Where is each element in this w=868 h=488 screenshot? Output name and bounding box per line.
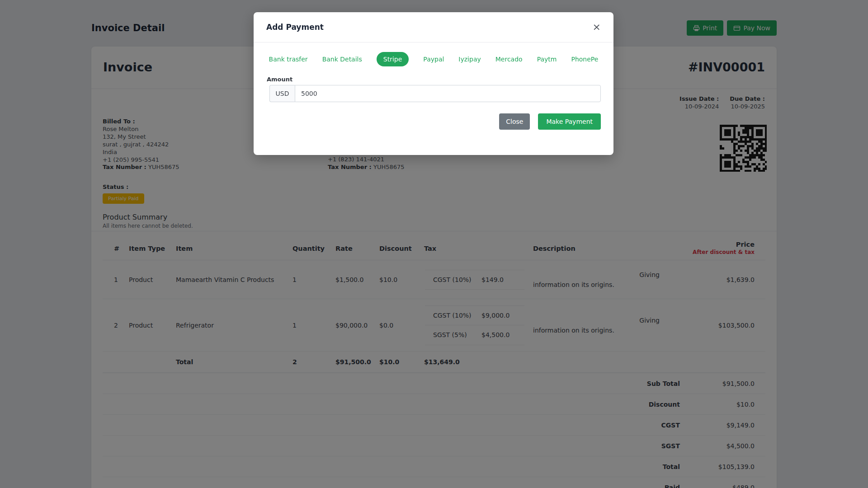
add-payment-modal: Add Payment × Bank trasfer Bank Details …: [254, 12, 613, 155]
tab-phonepe[interactable]: PhonePe: [571, 52, 598, 66]
tab-bank-details[interactable]: Bank Details: [322, 52, 362, 66]
tab-bank-transfer[interactable]: Bank trasfer: [269, 52, 308, 66]
amount-input-group: USD: [269, 85, 601, 102]
tab-paypal[interactable]: Paypal: [423, 52, 444, 66]
make-payment-button[interactable]: Make Payment: [538, 113, 601, 130]
close-button[interactable]: Close: [499, 113, 530, 130]
payment-method-tabs: Bank trasfer Bank Details Stripe Paypal …: [254, 52, 613, 66]
tab-paytm[interactable]: Paytm: [537, 52, 557, 66]
amount-input[interactable]: [295, 85, 601, 102]
currency-prefix: USD: [269, 85, 295, 102]
tab-iyzipay[interactable]: Iyzipay: [458, 52, 481, 66]
tab-mercado[interactable]: Mercado: [495, 52, 523, 66]
modal-title: Add Payment: [266, 23, 324, 32]
close-icon[interactable]: ×: [593, 22, 601, 32]
modal-header: Add Payment ×: [254, 12, 613, 42]
modal-footer: Close Make Payment: [499, 113, 601, 130]
tab-stripe[interactable]: Stripe: [377, 52, 409, 66]
amount-label: Amount: [267, 76, 292, 83]
